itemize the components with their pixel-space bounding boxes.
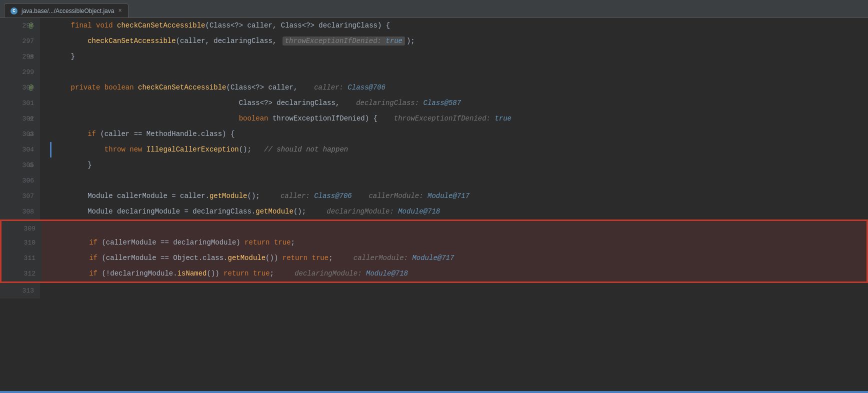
line-content: Module declaringModule = declaringClass.… xyxy=(50,204,868,220)
line-number: 313 xyxy=(0,283,40,298)
code-line: 305⊟ } xyxy=(0,158,868,173)
line-number: 307 xyxy=(0,188,40,204)
line-number: 297 xyxy=(0,34,40,49)
line-number: 308 xyxy=(0,204,40,220)
line-number: 306 xyxy=(0,173,40,188)
code-line: 301 Class<?> declaringClass, declaringCl… xyxy=(0,96,868,111)
line-marker: ⊟ xyxy=(26,126,36,142)
line-content: if (!declaringModule.isNamed()) return t… xyxy=(52,266,866,282)
code-line: 308 Module declaringModule = declaringCl… xyxy=(0,204,868,220)
code-line: 313 xyxy=(0,283,868,298)
code-line: 304 throw new IllegalCallerException(); … xyxy=(0,142,868,158)
line-content: Class<?> declaringClass, declaringClass:… xyxy=(50,96,868,111)
tab-icon: C xyxy=(10,8,18,14)
line-content: if (callerModule == declaringModule) ret… xyxy=(52,235,866,250)
line-marker: @ xyxy=(26,80,36,96)
line-marker: ⊟ xyxy=(26,111,36,126)
line-content: if (callerModule == Object.class.getModu… xyxy=(52,250,866,266)
code-line: 309 xyxy=(0,220,868,235)
line-marker: ⊟ xyxy=(26,49,36,64)
line-number: 299 xyxy=(0,64,40,80)
line-number: 311 xyxy=(2,250,42,266)
code-line: 312 if (!declaringModule.isNamed()) retu… xyxy=(0,266,868,283)
line-marker: @ xyxy=(26,18,36,34)
line-content: private boolean checkCanSetAccessible(Cl… xyxy=(50,80,868,96)
line-number: 310 xyxy=(2,235,42,250)
code-line: 310 if (callerModule == declaringModule)… xyxy=(0,235,868,250)
line-number: 301 xyxy=(0,96,40,111)
line-content: Module callerModule = caller.getModule()… xyxy=(50,188,868,204)
code-line: 299 xyxy=(0,64,868,80)
code-line: 307 Module callerModule = caller.getModu… xyxy=(0,188,868,204)
line-content: boolean throwExceptionIfDenied) { throwE… xyxy=(50,111,868,126)
line-marker: ⊟ xyxy=(26,158,36,173)
tab-close[interactable]: × xyxy=(118,8,122,14)
tab-bar: C java.base/.../AccessibleObject.java × xyxy=(0,0,868,18)
editor-area: 296@ final void checkCanSetAccessible(Cl… xyxy=(0,18,868,393)
code-line: 297 checkCanSetAccessible(caller, declar… xyxy=(0,34,868,49)
tab[interactable]: C java.base/.../AccessibleObject.java × xyxy=(4,4,128,18)
scroll-indicator[interactable] xyxy=(0,391,868,393)
line-content: final void checkCanSetAccessible(Class<?… xyxy=(50,18,868,34)
code-line: 302⊟ boolean throwExceptionIfDenied) { t… xyxy=(0,111,868,126)
tab-title: java.base/.../AccessibleObject.java xyxy=(22,8,114,14)
code-line: 306 xyxy=(0,173,868,188)
line-content: checkCanSetAccessible(caller, declaringC… xyxy=(50,34,868,49)
line-content: } xyxy=(50,158,868,173)
code-line: 296@ final void checkCanSetAccessible(Cl… xyxy=(0,18,868,34)
code-line: 300@ private boolean checkCanSetAccessib… xyxy=(0,80,868,96)
line-number: 304 xyxy=(0,142,40,158)
code-line: 298⊟ } xyxy=(0,49,868,64)
code-line: 303⊟ if (caller == MethodHandle.class) { xyxy=(0,126,868,142)
line-number: 312 xyxy=(2,266,42,282)
line-content: if (caller == MethodHandle.class) { xyxy=(50,126,868,142)
code-area[interactable]: 296@ final void checkCanSetAccessible(Cl… xyxy=(0,18,868,393)
code-line: 311 if (callerModule == Object.class.get… xyxy=(0,250,868,266)
line-content: } xyxy=(50,49,868,64)
line-content: throw new IllegalCallerException(); // s… xyxy=(50,142,868,158)
line-number: 309 xyxy=(2,221,42,235)
